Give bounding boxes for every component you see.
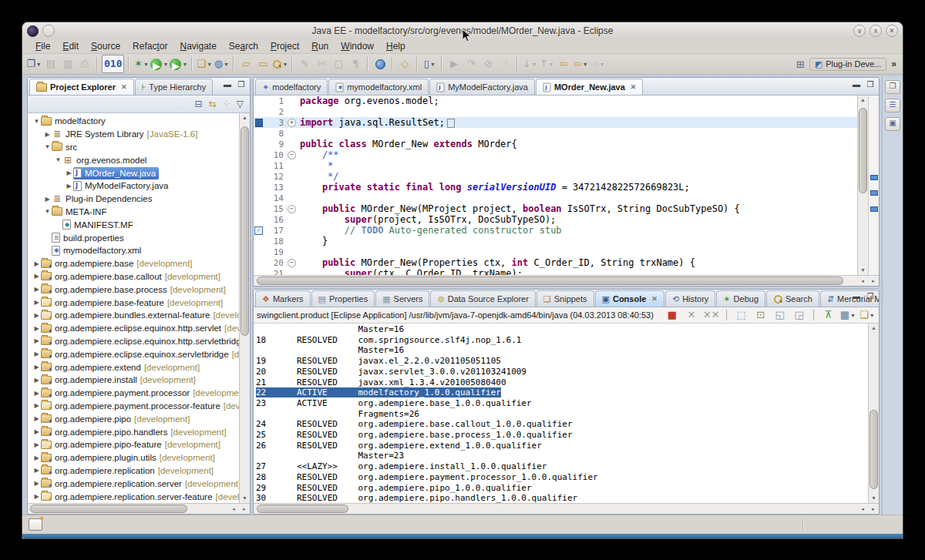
tab-mymodelfactory-java[interactable]: MyModelFactory.java (429, 79, 535, 95)
editor-horizontal-scrollbar[interactable]: ◂ ▸ (254, 275, 879, 286)
tree-item-org-adempiere-pipo-feature[interactable]: ▶✦org.adempiere.pipo-feature[development… (28, 438, 239, 451)
tree-item-mymodelfactory-java[interactable]: ▶MyModelFactory.java (28, 179, 239, 193)
scroll-down-arrow[interactable]: ▼ (858, 266, 868, 275)
fold-collapse-icon[interactable]: − (288, 205, 296, 213)
scrollbar-thumb[interactable] (257, 505, 348, 513)
tree-item-meta-inf[interactable]: ▼META-INF (28, 206, 239, 219)
view-menu-button[interactable]: ▽ (237, 99, 244, 109)
tab-type-hierarchy[interactable]: ⊦Type Hierarchy (135, 79, 214, 95)
expander-collapsed-icon[interactable]: ▶ (32, 454, 41, 461)
search-flashlight-button[interactable]: ▼ (271, 55, 288, 72)
scroll-down-arrow[interactable]: ▼ (869, 494, 879, 503)
run-external-dropdown-arrow[interactable]: ▼ (182, 62, 187, 67)
tree-item-org-adempiere-install[interactable]: ▶✦org.adempiere.install[development] (28, 374, 239, 387)
minimize-view-icon[interactable]: ▬ (222, 80, 233, 90)
tree-item-org-adempiere-base-feature[interactable]: ▶✦org.adempiere.base-feature[development… (28, 296, 239, 309)
tree-item-manifest-mf[interactable]: MANIFEST.MF (28, 218, 239, 231)
toggle-breadcrumb-dropdown-arrow[interactable]: ▼ (430, 62, 436, 67)
tree-item-org-adempiere-pipo[interactable]: ▶✦org.adempiere.pipo[development] (28, 412, 239, 425)
explorer-horizontal-scrollbar[interactable]: ◂ ▸ (28, 503, 250, 514)
expander-collapsed-icon[interactable]: ▶ (32, 273, 41, 280)
tree-item-morder-new-java[interactable]: ▶MOrder_New.java (28, 166, 239, 179)
expander-collapsed-icon[interactable]: ▶ (32, 467, 41, 474)
fast-view-toggle-icon[interactable] (29, 518, 42, 531)
menu-file[interactable]: File (30, 41, 56, 52)
fold-collapse-icon[interactable]: − (288, 259, 296, 267)
back-history-button[interactable]: ⇦▼ (572, 55, 589, 72)
scrollbar-thumb[interactable] (240, 126, 249, 336)
tree-item-mymodelfactory-xml[interactable]: mymodelfactory.xml (28, 244, 239, 257)
tree-item-jre-system-library[interactable]: ▶≣JRE System Library[JavaSE-1.6] (28, 128, 239, 141)
scrollbar-thumb[interactable] (859, 108, 867, 193)
next-annotation-dropdown-arrow[interactable]: ▼ (532, 62, 537, 67)
tree-item-plug-in-dependencies[interactable]: ▶≣Plug-in Dependencies (28, 193, 239, 206)
tree-item-org-adempiere-replication[interactable]: ▶✦org.adempiere.replication[development] (28, 464, 239, 478)
scroll-up-arrow[interactable]: ▲ (240, 113, 250, 122)
folded-region-box[interactable] (447, 119, 455, 128)
minimize-view-icon[interactable]: ▬ (851, 292, 862, 302)
run-dropdown-arrow[interactable]: ▼ (163, 62, 168, 67)
tree-item-build-properties[interactable]: build.properties (28, 231, 239, 244)
last-edit-location-button[interactable]: ⇦ (555, 55, 572, 72)
scroll-right-arrow[interactable]: ▸ (868, 504, 879, 514)
collapse-all-button[interactable]: ⊟ (195, 99, 203, 109)
show-stdout-button[interactable]: ◱ (772, 308, 789, 322)
menu-run[interactable]: Run (306, 41, 334, 52)
console-output[interactable]: Master=1618 RESOLVED com.springsource.sl… (254, 324, 868, 503)
tree-item-org-adempiere-bundles-external-feature[interactable]: ▶✦org.adempiere.bundles.external-feature… (28, 309, 239, 322)
close-tab-icon[interactable]: ✕ (121, 83, 127, 91)
overview-marker[interactable] (870, 206, 878, 212)
expander-collapsed-icon[interactable]: ▶ (32, 441, 41, 448)
console-vertical-scrollbar[interactable]: ▲ ▼ (868, 324, 879, 503)
expander-collapsed-icon[interactable]: ▶ (32, 415, 41, 422)
remove-launch-button[interactable]: ✕ (683, 308, 700, 322)
new-wizard-dropdown-arrow[interactable]: ▼ (36, 62, 42, 67)
expander-collapsed-icon[interactable]: ▶ (32, 377, 41, 384)
display-selected-console-button[interactable]: ▦▼ (839, 308, 856, 322)
menu-window[interactable]: Window (335, 41, 379, 52)
import-folder-button[interactable]: ▭ (254, 55, 271, 72)
new-wizard-button[interactable]: ❐▼ (25, 55, 42, 72)
tree-item-org-adempiere-replication-server[interactable]: ▶✦org.adempiere.replication.server[devel… (28, 477, 239, 490)
show-stderr-button[interactable]: ◲ (791, 308, 808, 322)
scrollbar-thumb[interactable] (870, 410, 878, 488)
expander-collapsed-icon[interactable]: ▶ (65, 183, 73, 189)
scrollbar-thumb[interactable] (257, 277, 844, 285)
perspective-button-plugin-development[interactable]: ◩ Plug-in Deve... (809, 58, 887, 71)
expander-collapsed-icon[interactable]: ▶ (32, 493, 41, 500)
menu-navigate[interactable]: Navigate (174, 41, 221, 52)
minimize-view-icon[interactable]: ▬ (851, 80, 862, 90)
tree-item-org-adempiere-base-callout[interactable]: ▶✦org.adempiere.base.callout[development… (28, 270, 239, 283)
back-history-dropdown-arrow[interactable]: ▼ (583, 62, 588, 67)
scroll-right-arrow[interactable]: ▸ (868, 276, 879, 286)
debug-dropdown-arrow[interactable]: ▼ (143, 62, 149, 67)
tab-history[interactable]: ⟲History (665, 290, 715, 307)
tree-item-org-adempiere-eclipse-equinox-http-servletbridge[interactable]: ▶✦org.adempiere.eclipse.equinox.http.ser… (28, 335, 239, 348)
search-flashlight-dropdown-arrow[interactable]: ▼ (282, 62, 288, 67)
clear-console-button[interactable]: ⬚ (733, 308, 750, 322)
scrollbar-thumb[interactable] (30, 505, 188, 513)
expander-collapsed-icon[interactable]: ▶ (32, 402, 41, 409)
display-selected-console-dropdown-arrow[interactable]: ▼ (850, 313, 856, 318)
maximize-button[interactable]: ∧ (870, 25, 882, 37)
new-web-wizard-button[interactable]: ◍▼ (213, 55, 230, 72)
mark-occurrences-button[interactable]: ◇ (396, 55, 413, 72)
menu-help[interactable]: Help (381, 41, 411, 52)
expander-expanded-icon[interactable]: ▼ (54, 156, 62, 163)
minimized-console-view-button[interactable]: ▣ (885, 117, 900, 131)
fold-collapse-icon[interactable]: − (288, 151, 296, 159)
web-browser-button[interactable] (372, 55, 388, 72)
fold-expand-icon[interactable]: + (288, 119, 296, 127)
tab-markers[interactable]: ❖Markers (255, 290, 311, 307)
editor-vertical-scrollbar[interactable]: ▲ ▼ (857, 96, 868, 275)
tab-snippets[interactable]: ❏Snippets (536, 290, 594, 307)
tree-item-org-adempiere-base-process[interactable]: ▶✦org.adempiere.base.process[development… (28, 283, 239, 296)
scroll-left-arrow[interactable]: ◂ (228, 504, 239, 514)
tab-modelfactory[interactable]: ✦modelfactory (255, 79, 328, 95)
minimize-button[interactable]: ∨ (853, 25, 866, 37)
restore-views-button[interactable]: ❐ (885, 80, 900, 94)
open-console-dropdown-arrow[interactable]: ▼ (870, 313, 875, 318)
expander-collapsed-icon[interactable]: ▶ (32, 260, 41, 267)
menu-source[interactable]: Source (86, 41, 126, 52)
expander-collapsed-icon[interactable]: ▶ (32, 337, 41, 344)
